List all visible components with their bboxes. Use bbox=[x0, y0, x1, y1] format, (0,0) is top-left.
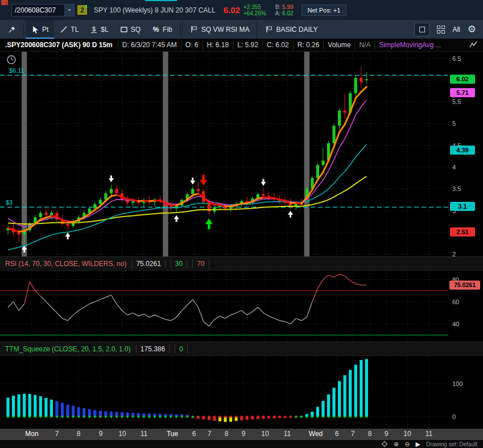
main-price-chart[interactable]: 22.533.544.555.566.5$6.11$36.025.714.393… bbox=[0, 52, 483, 256]
dollar-line-icon: $ bbox=[90, 26, 98, 34]
svg-text:2.51: 2.51 bbox=[456, 229, 468, 235]
toolbar-right-group: All ⚙ bbox=[414, 23, 481, 36]
time-axis-hour-label: 10 bbox=[118, 430, 126, 438]
last-price: 6.02 bbox=[224, 5, 240, 15]
chart-header-field: N/A bbox=[354, 40, 374, 50]
time-axis-hour-label: 8 bbox=[368, 430, 372, 438]
tool-sq[interactable]: SQ bbox=[114, 20, 146, 39]
session-breaks bbox=[22, 52, 309, 256]
drawing-tools-group: PtTL$$LSQ%Fib bbox=[26, 20, 178, 39]
svg-text:0: 0 bbox=[452, 413, 456, 420]
tool-fib[interactable]: %Fib bbox=[146, 20, 178, 39]
bid-label: B: bbox=[275, 4, 280, 10]
time-axis-hour-label: 9 bbox=[99, 430, 103, 438]
ttm-header: TTM_Squeeze (CLOSE, 20, 1.5, 2.0, 1.0) 1… bbox=[0, 342, 483, 356]
preset-label: SQ VW RSI MA bbox=[201, 26, 250, 34]
symbol-box: /200608C307 ▼ bbox=[11, 4, 75, 16]
rsi-chart[interactable]: 80604075.0261 bbox=[0, 271, 483, 342]
svg-text:75.0261: 75.0261 bbox=[454, 281, 476, 288]
crosshair-icon[interactable] bbox=[381, 441, 388, 447]
preset-basic-daily[interactable]: BASIC DAILY bbox=[257, 20, 325, 39]
tool-pt[interactable]: Pt bbox=[26, 20, 54, 39]
rect-tool-icon bbox=[120, 26, 128, 34]
tool-label: TL bbox=[71, 26, 79, 34]
rsi-study-title[interactable]: RSI (14, 70, 30, CLOSE, WILDERS, no) bbox=[5, 260, 126, 268]
time-axis[interactable]: Mon7891011Tue67891011Wed67891011 bbox=[0, 429, 483, 440]
zoom-out-icon[interactable]: ⊖ bbox=[404, 441, 410, 447]
chart-header-field: L: 5.92 bbox=[233, 40, 262, 50]
time-axis-hour-label: 8 bbox=[225, 430, 229, 438]
svg-text:40: 40 bbox=[452, 321, 459, 327]
tool-dollar-l[interactable]: $$L bbox=[84, 20, 114, 39]
symbol-dropdown-button[interactable]: ▼ bbox=[65, 4, 75, 16]
ttm-squeeze-chart[interactable]: 1000 bbox=[0, 356, 483, 429]
chart-header-field: O: 6 bbox=[181, 40, 203, 50]
time-axis-hour-label: 8 bbox=[77, 430, 81, 438]
all-button[interactable]: All bbox=[452, 26, 460, 34]
zoom-in-icon[interactable]: ⊕ bbox=[394, 441, 399, 447]
square-icon bbox=[419, 27, 425, 32]
ttm-values: 175.3860 bbox=[131, 345, 188, 353]
study-presets-group: SQ VW RSI MABASIC DAILY bbox=[182, 20, 325, 39]
bottom-bar: ⊕ ⊖ ▶ Drawing set: Default bbox=[0, 440, 483, 448]
study-set-icon bbox=[190, 26, 198, 34]
svg-text:$6.11: $6.11 bbox=[9, 67, 24, 74]
tool-label: $L bbox=[101, 26, 108, 34]
tool-tl[interactable]: TL bbox=[54, 20, 84, 39]
svg-text:5.71: 5.71 bbox=[456, 89, 468, 96]
chart-header-field: H: 6.18 bbox=[203, 40, 233, 50]
pin-button[interactable] bbox=[2, 20, 22, 39]
preset-sq-vw-rsi-ma[interactable]: SQ VW RSI MA bbox=[182, 20, 257, 39]
chart-header-field: R: 0.26 bbox=[293, 40, 324, 50]
chart-toolbar: PtTL$$LSQ%Fib SQ VW RSI MABASIC DAILY Al… bbox=[0, 20, 483, 39]
gear-icon[interactable]: ⚙ bbox=[468, 24, 476, 34]
alert-clock-icon[interactable] bbox=[7, 56, 15, 64]
ttm-value-cell: 0 bbox=[175, 345, 188, 354]
drawing-set-label[interactable]: Drawing set: Default bbox=[426, 441, 477, 447]
play-icon[interactable]: ▶ bbox=[415, 441, 420, 447]
thinkorswim-chart-window: /200608C307 ▼ 2 SPY 100 (Weeklys) 8 JUN … bbox=[0, 0, 483, 448]
alert-price-lines[interactable]: $6.11$3 bbox=[0, 67, 448, 207]
squeeze-histogram bbox=[6, 359, 368, 422]
single-chart-layout-button[interactable] bbox=[414, 23, 430, 36]
tool-label: SQ bbox=[131, 26, 141, 34]
tool-label: Fib bbox=[163, 26, 172, 34]
chart-header-field: D: 6/3/20 7:45 AM bbox=[118, 40, 181, 50]
ask-label: A: bbox=[275, 10, 280, 16]
svg-text:3.1: 3.1 bbox=[458, 203, 467, 210]
svg-text:60: 60 bbox=[452, 298, 459, 305]
study-set-icon bbox=[265, 26, 273, 34]
rsi-grid: 806040 bbox=[0, 271, 459, 342]
bid-value: 5.99 bbox=[282, 4, 293, 10]
symbol-input[interactable]: /200608C307 bbox=[11, 4, 65, 16]
time-axis-hour-label: 6 bbox=[192, 430, 196, 438]
ask-value: 6.02 bbox=[282, 10, 293, 16]
time-axis-hour-label: 7 bbox=[55, 430, 59, 438]
ttm-study-title[interactable]: TTM_Squeeze (CLOSE, 20, 1.5, 2.0, 1.0) bbox=[5, 345, 131, 353]
top-bar: /200608C307 ▼ 2 SPY 100 (Weeklys) 8 JUN … bbox=[0, 0, 483, 20]
preset-label: BASIC DAILY bbox=[276, 26, 317, 34]
svg-text:5.5: 5.5 bbox=[452, 98, 461, 105]
chart-style-icon[interactable] bbox=[469, 40, 483, 49]
pin-icon bbox=[8, 26, 16, 34]
svg-text:4: 4 bbox=[452, 164, 456, 171]
time-axis-day-label: Mon bbox=[25, 430, 38, 438]
svg-text:4.39: 4.39 bbox=[456, 147, 468, 154]
price-change: +2.355 +64.26% bbox=[243, 4, 266, 16]
chart-header: .SPY200608C307 (ASK) 90 D 15m D: 6/3/20 … bbox=[0, 39, 483, 52]
instrument-description: SPY 100 (Weeklys) 8 JUN 20 307 CALL bbox=[94, 6, 216, 14]
tab-accent-sliver bbox=[145, 0, 177, 1]
grid-layout-button[interactable] bbox=[437, 26, 445, 34]
ttm-value-cell: 175.386 bbox=[136, 345, 170, 354]
chart-header-field: SimpleMovingAvg ... bbox=[374, 40, 445, 50]
rsi-line bbox=[8, 274, 366, 326]
net-position-badge: Net Pos: +1 bbox=[302, 5, 347, 16]
time-axis-hour-label: 11 bbox=[426, 430, 432, 438]
rsi-value-bubble: 75.0261 bbox=[449, 280, 480, 289]
change-abs: +2.355 bbox=[243, 4, 261, 10]
tool-label: Pt bbox=[42, 26, 48, 34]
rsi-value-cell: 70 bbox=[192, 259, 209, 268]
percent-icon: % bbox=[152, 26, 160, 34]
ohlc-readout: D: 6/3/20 7:45 AMO: 6H: 6.18L: 5.92C: 6.… bbox=[118, 39, 445, 51]
link-group-badge[interactable]: 2 bbox=[77, 5, 87, 15]
